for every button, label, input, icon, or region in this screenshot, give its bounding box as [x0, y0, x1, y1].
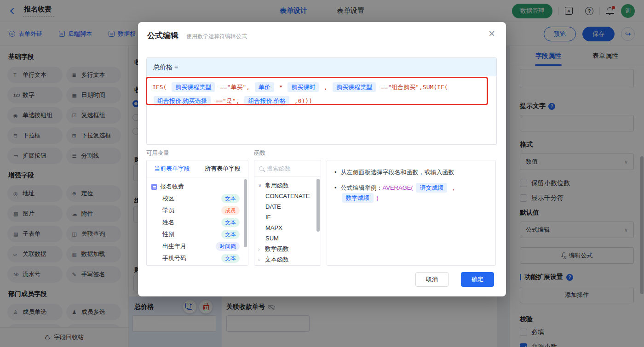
- variable-name: 出生年月: [162, 242, 186, 250]
- formula-text: =="单买",: [216, 84, 253, 91]
- variable-row[interactable]: 校区文本: [151, 193, 248, 205]
- confirm-button[interactable]: 确定: [461, 272, 494, 287]
- bullet: •: [334, 183, 337, 203]
- type-badge: 文本: [221, 194, 240, 203]
- formula-field-token: 购买课时: [288, 82, 319, 92]
- tip-example: 公式编辑举例：AVERAGE( 语文成绩 ，数学成绩 ): [341, 183, 488, 203]
- group-label: 数学函数: [265, 245, 289, 253]
- tips-box: •从左侧面板选择字段名和函数，或输入函数 •公式编辑举例：AVERAGE( 语文…: [327, 160, 496, 266]
- formula-field-token: 组合报价.购买选择: [154, 96, 211, 106]
- group-common-functions[interactable]: ∨常用函数: [258, 180, 321, 191]
- formula-text: IFS(: [152, 84, 170, 91]
- functions-tree: ∨常用函数 CONCATENATE DATE IF MAPX SUM ›数学函数…: [254, 177, 321, 265]
- variable-name: 学员: [162, 206, 174, 215]
- functions-scrollbar[interactable]: [316, 179, 320, 232]
- variable-row[interactable]: 学员成员: [151, 205, 248, 216]
- variable-row[interactable]: 手机号码文本: [151, 252, 248, 264]
- tree-form-node[interactable]: 报名收费: [151, 181, 248, 193]
- tab-current-form-fields[interactable]: 当前表单字段: [147, 165, 197, 173]
- variables-box: 当前表单字段 所有表单字段 报名收费 校区文本 学员成员 姓名文本 性别文本 出…: [146, 160, 248, 266]
- formula-field-token: 数学成绩: [342, 193, 374, 203]
- function-search[interactable]: 搜索函数: [254, 160, 321, 177]
- group-label: 文本函数: [265, 256, 289, 264]
- cancel-button[interactable]: 取消: [415, 272, 448, 287]
- tip-text: 从左侧面板选择字段名和函数，或输入函数: [341, 167, 454, 177]
- close-icon[interactable]: ×: [489, 28, 495, 39]
- formula-text: AVERAGE(: [383, 184, 415, 191]
- app-root: 报名收费 表单设计 表单设置 数据管理 A ? 训 表单外链 后端脚本 数据权 …: [0, 0, 644, 347]
- variables-tabs: 当前表单字段 所有表单字段: [147, 160, 248, 177]
- variable-row[interactable]: 出生年月时间戳: [151, 240, 248, 252]
- formula-text: ,0))): [291, 97, 312, 104]
- variable-name: 校区: [162, 194, 174, 203]
- formula-editor: 总价格 = IFS( 购买课程类型 =="单买", 单价 * 购买课时 , 购买…: [146, 57, 497, 145]
- functions-label: 函数: [254, 149, 265, 157]
- formula-field-token: 组合报价.价格: [244, 96, 289, 106]
- type-badge: 文本: [221, 254, 240, 263]
- variable-name: 姓名: [162, 218, 174, 227]
- tip-line-2: •公式编辑举例：AVERAGE( 语文成绩 ，数学成绩 ): [334, 183, 488, 203]
- formula-field-token: 语文成绩: [416, 183, 447, 193]
- formula-text: ): [375, 194, 379, 201]
- group-text-functions[interactable]: ›文本函数: [258, 254, 321, 265]
- modal-subtitle: 使用数学运算符编辑公式: [186, 33, 247, 40]
- form-doc-icon: [151, 184, 157, 190]
- formula-text: 公式编辑举例：: [341, 184, 383, 191]
- type-badge: 时间戳: [216, 242, 240, 251]
- type-badge: 成员: [221, 206, 240, 215]
- formula-text: *: [276, 84, 286, 91]
- type-badge: 文本: [221, 230, 240, 239]
- functions-box: 搜索函数 ∨常用函数 CONCATENATE DATE IF MAPX SUM …: [254, 160, 321, 266]
- search-placeholder: 搜索函数: [267, 165, 291, 173]
- chevron-right-icon: ›: [258, 257, 265, 262]
- variable-row[interactable]: 性别文本: [151, 228, 248, 240]
- variable-row[interactable]: 姓名文本: [151, 216, 248, 228]
- form-node-label: 报名收费: [160, 182, 184, 191]
- formula-editor-modal: 公式编辑 使用数学运算符编辑公式 × 总价格 = IFS( 购买课程类型 =="…: [138, 22, 506, 296]
- formula-text: ，: [448, 184, 456, 191]
- chevron-right-icon: ›: [258, 246, 265, 252]
- formula-result-label: 总价格 =: [147, 58, 496, 76]
- formula-text: =="组合购买",SUM(IF(: [377, 84, 448, 91]
- function-item-date[interactable]: DATE: [258, 201, 321, 212]
- formula-input[interactable]: IFS( 购买课程类型 =="单买", 单价 * 购买课时 , 购买课程类型 =…: [147, 76, 496, 112]
- chevron-down-icon: ∨: [258, 182, 265, 188]
- function-item-if[interactable]: IF: [258, 212, 321, 222]
- formula-field-token: 单价: [255, 82, 274, 92]
- tab-all-form-fields[interactable]: 所有表单字段: [197, 165, 248, 173]
- formula-field-token: 购买课程类型: [333, 82, 376, 92]
- variables-tree: 报名收费 校区文本 学员成员 姓名文本 性别文本 出生年月时间戳 手机号码文本: [147, 177, 248, 264]
- formula-text: =="是",: [212, 97, 243, 104]
- formula-field-token: 购买课程类型: [172, 82, 215, 92]
- modal-title: 公式编辑: [147, 30, 178, 41]
- function-item-sum[interactable]: SUM: [258, 233, 321, 244]
- variable-name: 性别: [162, 230, 174, 239]
- variables-scrollbar[interactable]: [244, 179, 247, 247]
- search-icon: [259, 166, 264, 171]
- bullet: •: [334, 167, 337, 177]
- function-item-mapx[interactable]: MAPX: [258, 222, 321, 233]
- group-math-functions[interactable]: ›数学函数: [258, 244, 321, 254]
- variables-label: 可用变量: [146, 149, 169, 157]
- type-badge: 文本: [221, 218, 240, 227]
- formula-text: ,: [320, 84, 331, 91]
- group-label: 常用函数: [265, 182, 289, 190]
- variable-name: 手机号码: [162, 254, 186, 262]
- tip-line-1: •从左侧面板选择字段名和函数，或输入函数: [334, 167, 488, 177]
- function-item-concatenate[interactable]: CONCATENATE: [258, 191, 321, 201]
